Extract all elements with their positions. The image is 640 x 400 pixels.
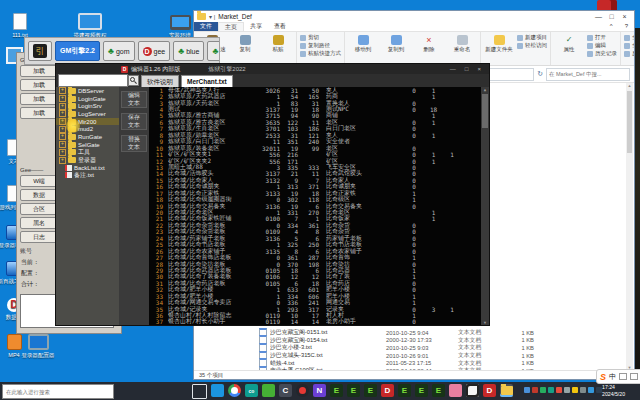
taskbar-icon-app-teal[interactable]: co [245, 384, 258, 397]
scrollbar-thumb[interactable] [482, 94, 488, 128]
ribbon-button-粘贴快捷方式[interactable]: 粘贴快捷方式 [300, 50, 341, 57]
scroll-up-icon[interactable]: ▲ [626, 83, 633, 88]
taskbar-icon-app-red-d[interactable]: D [381, 384, 394, 397]
ribbon-button-重命名[interactable]: 重命名 [447, 34, 477, 52]
tray-icon[interactable] [572, 387, 578, 393]
quick-access-toolbar[interactable]: ▾ | [209, 13, 215, 20]
taskbar-clock[interactable]: 17:24 2024/5/20 [602, 384, 640, 398]
taskbar-icon-editplus[interactable]: E [398, 384, 411, 397]
launcher-button-mir[interactable]: 引 [28, 41, 52, 61]
explorer-search-input[interactable] [546, 68, 630, 81]
minimize-icon[interactable]: — [592, 13, 605, 20]
editor-tab-MerChant.txt[interactable]: MerChant.txt [181, 75, 233, 87]
maximize-icon[interactable]: □ [465, 66, 469, 72]
editor-side-button[interactable]: 编辑 文本 [121, 91, 147, 108]
taskbar-icon-editplus[interactable]: E [364, 384, 377, 397]
minimize-icon[interactable]: — [450, 66, 456, 72]
taskbar-icon-qr-code[interactable] [466, 384, 479, 397]
taskbar-icon-recorder[interactable] [296, 384, 309, 397]
file-row[interactable]: 商业大厦-C100区.txt2022-04-10 20:44文本文档1 KB [259, 367, 620, 370]
taskbar-search-input[interactable] [2, 384, 114, 399]
ribbon-button-新建项目[interactable]: 新建项目 [517, 34, 547, 41]
taskbar-icon-wechat[interactable] [262, 384, 275, 397]
maximize-icon[interactable]: □ [605, 13, 618, 20]
gm-side-button[interactable]: 数据 [20, 189, 58, 201]
ribbon-button-剪切[interactable]: 剪切 [300, 34, 341, 41]
menu-tab-查看[interactable]: 查看 [268, 22, 292, 31]
taskbar-icon-app-red-d[interactable]: D [483, 384, 496, 397]
ribbon-button-移动到[interactable]: 移动到 [348, 34, 378, 52]
ribbon-button-编辑[interactable]: 编辑 [587, 42, 617, 49]
gm-load-button[interactable]: 加载 [20, 65, 58, 77]
explorer-title-bar[interactable]: ▾ | Market_Def —□× [194, 11, 634, 22]
ribbon-button-全部选择[interactable]: 全部选择 [624, 34, 634, 41]
menu-tab-文件[interactable]: 文件 [194, 22, 218, 31]
launcher-button-gee[interactable]: Dgee [138, 41, 171, 61]
refresh-icon[interactable]: ↻ [537, 70, 543, 78]
tree-item-备注.txt[interactable]: 备注.txt [56, 172, 119, 180]
editor-scrollbar[interactable]: ▲ ▼ [481, 87, 489, 325]
close-icon[interactable]: × [618, 13, 631, 20]
ime-status-bar[interactable]: S 中 [596, 369, 640, 384]
ribbon-button-复制到[interactable]: 复制到 [381, 34, 411, 52]
ribbon-button-粘贴[interactable]: 粘贴 [263, 34, 293, 52]
gm-side-button[interactable]: W端 [20, 175, 58, 187]
ribbon-button-全部取消选择[interactable]: 全部取消选择 [624, 42, 634, 49]
toolbox-icon[interactable] [630, 373, 638, 380]
close-icon[interactable]: × [477, 66, 481, 72]
editor-side-button[interactable]: 替换 文本 [121, 135, 147, 152]
gm-load-button[interactable]: 加载 [20, 107, 58, 119]
tree-item-DBServer[interactable]: +DBServer [56, 87, 119, 95]
desktop-icon-111.txt[interactable]: 111.txt [0, 12, 46, 38]
help-icon[interactable]: ? [619, 22, 634, 31]
taskbar-icon-app-pink[interactable] [449, 384, 462, 397]
tray-icon[interactable] [564, 387, 570, 393]
tree-item-LogServer[interactable]: +LogServer [56, 110, 119, 118]
tray-icon[interactable] [580, 387, 586, 393]
menu-tab-主页[interactable]: 主页 [218, 22, 244, 31]
tree-item-登录器[interactable]: +登录器 [56, 156, 119, 164]
gm-side-button[interactable]: 日志 [20, 231, 58, 243]
launcher-button-blue[interactable]: ♣blue [173, 41, 204, 61]
keyboard-icon[interactable] [619, 373, 627, 380]
scroll-up-icon[interactable]: ▲ [481, 87, 489, 92]
ribbon-button-轻松访问[interactable]: 轻松访问 [517, 42, 547, 49]
merchant-text-area[interactable]: 1母体/武神岛夹人行30263150夹人012炼狱草原/天药武器店154165药… [149, 87, 489, 325]
desktop-icon-登录器配置器[interactable]: 登录器配置器 [14, 332, 62, 358]
ribbon-button-属性[interactable]: ✓属性 [554, 34, 584, 52]
editor-side-button[interactable]: 保存 文本 [121, 113, 147, 130]
taskbar-icon-app-blue[interactable] [211, 384, 224, 397]
taskbar-icon-editplus[interactable]: E [415, 384, 428, 397]
ribbon-button-删除[interactable]: ×删除 [414, 34, 444, 52]
tray-icon[interactable] [588, 387, 594, 393]
tray-icon[interactable] [540, 387, 546, 393]
gm-load-button[interactable]: 加载 [20, 79, 58, 91]
ribbon-button-打开[interactable]: 打开 [587, 34, 617, 41]
ribbon-button-新建文件夹[interactable]: 新建文件夹 [484, 34, 514, 52]
taskbar-icon-editplus[interactable]: E [330, 384, 343, 397]
launcher-button-tree[interactable]: ♣ [207, 41, 220, 61]
tray-icon[interactable] [532, 387, 538, 393]
tree-item-LoginGate[interactable]: +LoginGate [56, 95, 119, 103]
ime-mode[interactable]: 中 [609, 372, 616, 382]
menu-tab-共享[interactable]: 共享 [244, 22, 268, 31]
taskbar-icon-task-view[interactable] [192, 384, 207, 399]
launcher-button-GM引擎2.2[interactable]: GM引擎2.2 [55, 41, 100, 61]
gm-side-button[interactable]: 合区 [20, 203, 58, 215]
ribbon-button-反向选择[interactable]: 反向选择 [624, 50, 634, 57]
gm-load-button[interactable]: 加载 [20, 93, 58, 105]
ribbon-button-历史记录[interactable]: 历史记录 [587, 50, 617, 57]
taskbar-icon-chrome[interactable] [228, 384, 241, 397]
launcher-button-gom[interactable]: ♣gom [103, 41, 135, 61]
explorer-scrollbar[interactable]: ▲ ▼ [626, 83, 633, 370]
tree-item-LoginSrv[interactable]: +LoginSrv [56, 102, 119, 110]
expand-icon[interactable]: + [59, 157, 66, 164]
taskbar-icon-app-purple[interactable]: N [313, 384, 326, 397]
tray-icon[interactable] [524, 387, 530, 393]
expand-icon[interactable]: + [59, 149, 66, 156]
scroll-down-icon[interactable]: ▼ [481, 320, 489, 325]
taskbar-icon-editplus[interactable]: E [347, 384, 360, 397]
taskbar-icon-editplus[interactable]: E [432, 384, 445, 397]
editor-tab-软件说明[interactable]: 软件说明 [141, 75, 179, 87]
tray-icon[interactable] [548, 387, 554, 393]
